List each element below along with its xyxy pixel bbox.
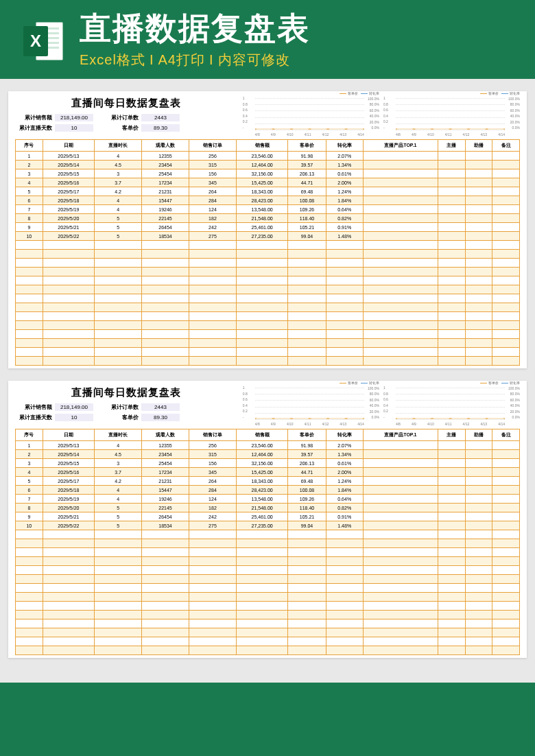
- col-header: 销售订单: [189, 429, 236, 441]
- svg-point-11: [289, 128, 293, 129]
- col-header: 日期: [43, 429, 95, 441]
- table-row: 42029/5/163.71723434515,425.0044.712.00%: [16, 178, 520, 187]
- table-row: [16, 637, 520, 646]
- table-row: [16, 575, 520, 584]
- table-row: 92029/5/2152645424225,461.00105.210.91%: [16, 223, 520, 232]
- col-header: 客单价: [288, 429, 326, 441]
- col-header: 日期: [43, 140, 95, 152]
- table-row: [16, 250, 520, 259]
- table-row: 102029/5/2251853427527,235.0099.041.48%: [16, 521, 520, 530]
- table-row: [16, 646, 520, 655]
- header-banner: X 直播数据复盘表 Excel格式IA4打印I内容可修改: [0, 0, 535, 79]
- table-row: [16, 330, 520, 339]
- col-header: 观看人数: [142, 140, 189, 152]
- preview-canvas: 直播间每日数据复盘表 累计销售额218,149.00 累计订单数2443 累计直…: [0, 79, 535, 683]
- table-row: [16, 566, 520, 575]
- svg-point-19: [449, 128, 452, 129]
- col-header: 助播: [465, 429, 492, 441]
- col-header: 客单价: [288, 140, 326, 152]
- table-row: [16, 294, 520, 303]
- summary-row: 累计直播天数10 客单价89.30: [15, 414, 237, 421]
- table-row: [16, 557, 520, 566]
- svg-point-20: [467, 128, 471, 129]
- svg-point-18: [431, 128, 434, 129]
- chart-legend: 客单价转化率: [337, 381, 379, 385]
- banner-subtitle: Excel格式IA4打印I内容可修改: [80, 51, 514, 69]
- table-row: [16, 303, 520, 312]
- table-row: 52029/5/174.22123126418,343.0069.481.24%: [16, 187, 520, 196]
- table-row: 62029/5/1841544728428,423.00100.081.84%: [16, 196, 520, 205]
- table-row: 52029/5/174.22123126418,343.0069.481.24%: [16, 477, 520, 486]
- svg-point-29: [363, 418, 364, 418]
- svg-point-28: [344, 418, 348, 418]
- table-row: 62029/5/1841544728428,423.00100.081.84%: [16, 486, 520, 495]
- table-row: 72029/5/1941924612413,548.00109.260.64%: [16, 495, 520, 504]
- data-table: 序号日期直播时长观看人数销售订单销售额客单价转化率直播产品TOP.1主播助播备注…: [15, 429, 520, 655]
- col-header: 备注: [492, 429, 520, 441]
- table-row: [16, 259, 520, 268]
- col-header: 直播时长: [95, 140, 142, 152]
- banner-title: 直播数据复盘表: [80, 12, 514, 44]
- col-header: 销售额: [236, 429, 288, 441]
- summary-row: 累计直播天数10 客单价89.30: [15, 124, 237, 132]
- spreadsheet-preview: 直播间每日数据复盘表 累计销售额218,149.00 累计订单数2443 累计直…: [8, 91, 527, 368]
- table-row: 22029/5/144.52345431512,464.0039.571.34%: [16, 450, 520, 459]
- mini-chart: 客单价转化率 10.80.60.40.2- 100.0%80.0%60.0%40…: [383, 386, 520, 426]
- table-row: [16, 619, 520, 628]
- col-header: 销售订单: [189, 140, 236, 152]
- table-row: 92029/5/2152645424225,461.00105.210.91%: [16, 512, 520, 521]
- table-row: [16, 611, 520, 619]
- table-row: [16, 268, 520, 276]
- col-header: 备注: [492, 140, 520, 152]
- table-row: [16, 339, 520, 348]
- table-row: [16, 357, 520, 366]
- col-header: 销售额: [236, 140, 288, 152]
- svg-text:X: X: [30, 32, 41, 50]
- svg-point-10: [272, 128, 275, 129]
- svg-point-33: [449, 418, 452, 418]
- col-header: 转化率: [326, 429, 363, 441]
- svg-point-31: [412, 418, 416, 418]
- col-header: 主播: [438, 140, 465, 152]
- table-row: 102029/5/2251853427527,235.0099.041.48%: [16, 232, 520, 241]
- table-row: [16, 348, 520, 357]
- table-row: 12029/5/1341235525623,546.0091.982.07%: [16, 152, 520, 161]
- table-row: 82029/5/2052214518221,548.00118.400.82%: [16, 504, 520, 512]
- table-row: [16, 530, 520, 539]
- table-row: [16, 548, 520, 557]
- table-row: 32029/5/1532545415632,156.00206.130.61%: [16, 169, 520, 178]
- table-row: 72029/5/1941924612413,548.00109.260.64%: [16, 205, 520, 214]
- col-header: 助播: [465, 140, 492, 152]
- col-header: 主播: [438, 429, 465, 441]
- col-header: 观看人数: [142, 429, 189, 441]
- table-row: [16, 276, 520, 285]
- svg-point-15: [363, 128, 364, 129]
- table-row: 22029/5/144.52345431512,464.0039.571.34%: [16, 161, 520, 169]
- data-table: 序号日期直播时长观看人数销售订单销售额客单价转化率直播产品TOP.1主播助播备注…: [15, 139, 520, 366]
- svg-point-12: [308, 128, 311, 129]
- table-row: [16, 285, 520, 294]
- svg-point-32: [431, 418, 434, 418]
- table-row: [16, 584, 520, 593]
- svg-point-30: [396, 418, 397, 418]
- svg-point-22: [503, 128, 505, 129]
- chart-legend: 客单价转化率: [337, 91, 379, 95]
- table-row: [16, 539, 520, 548]
- chart-legend: 客单价转化率: [477, 91, 520, 95]
- svg-point-16: [396, 128, 397, 129]
- col-header: 序号: [16, 140, 43, 152]
- table-row: [16, 241, 520, 250]
- mini-chart: 客单价转化率 10.80.60.40.2- 100.0%80.0%60.0%40…: [243, 97, 379, 137]
- col-header: 直播产品TOP.1: [363, 140, 438, 152]
- table-row: 82029/5/2052214518221,548.00118.400.82%: [16, 214, 520, 223]
- svg-point-24: [272, 418, 275, 418]
- summary-row: 累计销售额218,149.00 累计订单数2443: [15, 403, 237, 411]
- mini-chart: 客单价转化率 10.80.60.40.2- 100.0%80.0%60.0%40…: [243, 386, 379, 426]
- chart-legend: 客单价转化率: [477, 381, 520, 385]
- summary-row: 累计销售额218,149.00 累计订单数2443: [15, 114, 237, 121]
- svg-point-26: [308, 418, 311, 418]
- svg-point-14: [344, 128, 348, 129]
- table-row: 42029/5/163.71723434515,425.0044.712.00%: [16, 468, 520, 477]
- svg-point-35: [485, 418, 488, 418]
- svg-point-21: [485, 128, 488, 129]
